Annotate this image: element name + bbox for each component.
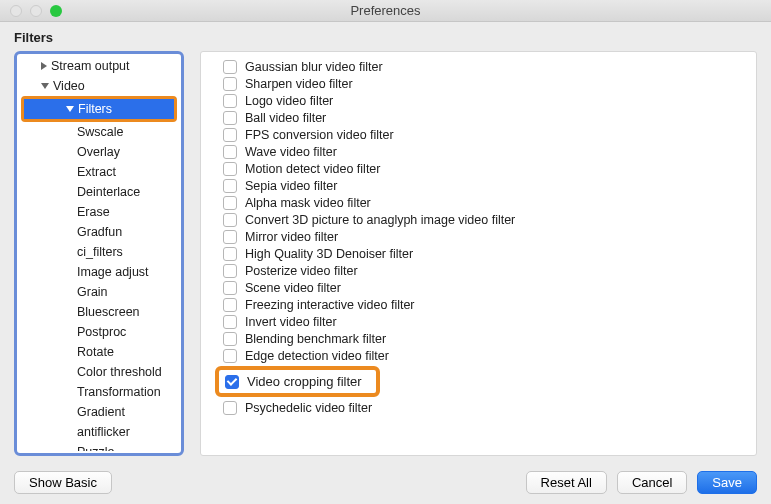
sidebar-item[interactable]: ci_filters xyxy=(19,242,179,262)
filter-row[interactable]: Logo video filter xyxy=(201,92,756,109)
sidebar-item-label: Filters xyxy=(78,102,112,116)
sidebar-item[interactable]: Grain xyxy=(19,282,179,302)
sidebar-item[interactable]: Transformation xyxy=(19,382,179,402)
filter-label: High Quality 3D Denoiser filter xyxy=(245,247,413,261)
sidebar-item-label: Postproc xyxy=(77,325,126,339)
sidebar-item-label: Extract xyxy=(77,165,116,179)
window-title: Preferences xyxy=(0,3,771,18)
filter-label: Posterize video filter xyxy=(245,264,358,278)
checkbox[interactable] xyxy=(223,111,237,125)
sidebar-item[interactable]: Puzzle xyxy=(19,442,179,451)
sidebar-item[interactable]: Filters xyxy=(24,99,174,119)
sidebar-highlight-frame: Stream outputVideoFiltersSwscaleOverlayE… xyxy=(14,51,184,456)
sidebar-item-label: Video xyxy=(53,79,85,93)
filter-label: Motion detect video filter xyxy=(245,162,381,176)
filter-label: Gaussian blur video filter xyxy=(245,60,383,74)
filter-row[interactable]: Invert video filter xyxy=(201,313,756,330)
show-basic-button[interactable]: Show Basic xyxy=(14,471,112,494)
filter-row[interactable]: High Quality 3D Denoiser filter xyxy=(201,245,756,262)
filter-label: Sepia video filter xyxy=(245,179,337,193)
sidebar-item-label: Puzzle xyxy=(77,445,115,451)
filter-row[interactable]: Gaussian blur video filter xyxy=(201,58,756,75)
sidebar-item[interactable]: Bluescreen xyxy=(19,302,179,322)
sidebar-item[interactable]: Deinterlace xyxy=(19,182,179,202)
filter-label: Convert 3D picture to anaglyph image vid… xyxy=(245,213,515,227)
sidebar-item[interactable]: Overlay xyxy=(19,142,179,162)
filter-label: Edge detection video filter xyxy=(245,349,389,363)
filter-label: Invert video filter xyxy=(245,315,337,329)
filter-row[interactable]: Edge detection video filter xyxy=(201,347,756,364)
sidebar-item[interactable]: Stream output xyxy=(19,56,179,76)
sidebar-item[interactable]: Rotate xyxy=(19,342,179,362)
chevron-down-icon xyxy=(41,83,49,89)
filter-label: Scene video filter xyxy=(245,281,341,295)
filter-row[interactable]: Motion detect video filter xyxy=(201,160,756,177)
sidebar-item[interactable]: Swscale xyxy=(19,122,179,142)
checkbox[interactable] xyxy=(223,315,237,329)
filter-row[interactable]: Alpha mask video filter xyxy=(201,194,756,211)
sidebar-item-label: Gradient xyxy=(77,405,125,419)
filter-row[interactable]: Ball video filter xyxy=(201,109,756,126)
checkbox[interactable] xyxy=(223,179,237,193)
checkbox[interactable] xyxy=(223,281,237,295)
checkbox[interactable] xyxy=(223,230,237,244)
cancel-button[interactable]: Cancel xyxy=(617,471,687,494)
filter-label: Ball video filter xyxy=(245,111,326,125)
sidebar-item[interactable]: Erase xyxy=(19,202,179,222)
filter-row[interactable]: Sharpen video filter xyxy=(201,75,756,92)
filter-label: FPS conversion video filter xyxy=(245,128,394,142)
checkbox[interactable] xyxy=(223,196,237,210)
sidebar-item[interactable]: Color threshold xyxy=(19,362,179,382)
filter-row[interactable]: Mirror video filter xyxy=(201,228,756,245)
checkbox[interactable] xyxy=(223,349,237,363)
checkbox[interactable] xyxy=(223,162,237,176)
save-button[interactable]: Save xyxy=(697,471,757,494)
filter-label: Freezing interactive video filter xyxy=(245,298,415,312)
sidebar-item-label: Overlay xyxy=(77,145,120,159)
footer: Show Basic Reset All Cancel Save xyxy=(14,471,757,494)
sidebar-item-label: Deinterlace xyxy=(77,185,140,199)
checkbox[interactable] xyxy=(223,145,237,159)
filter-row[interactable]: Sepia video filter xyxy=(201,177,756,194)
sidebar-item-label: antiflicker xyxy=(77,425,130,439)
reset-all-button[interactable]: Reset All xyxy=(526,471,607,494)
filter-row[interactable]: Posterize video filter xyxy=(201,262,756,279)
sidebar-item[interactable]: Video xyxy=(19,76,179,96)
sidebar-item-label: Stream output xyxy=(51,59,130,73)
sidebar-item[interactable]: Gradient xyxy=(19,402,179,422)
sidebar-item[interactable]: Image adjust xyxy=(19,262,179,282)
filter-label: Psychedelic video filter xyxy=(245,401,372,415)
checkbox[interactable] xyxy=(223,298,237,312)
sidebar-item-label: Bluescreen xyxy=(77,305,140,319)
checkbox[interactable] xyxy=(223,247,237,261)
filter-label: Mirror video filter xyxy=(245,230,338,244)
filter-row[interactable]: Scene video filter xyxy=(201,279,756,296)
filter-row[interactable]: Blending benchmark filter xyxy=(201,330,756,347)
checkbox[interactable] xyxy=(223,94,237,108)
filter-row[interactable]: Psychedelic video filter xyxy=(201,399,756,416)
checkbox[interactable] xyxy=(223,77,237,91)
filter-row[interactable]: Convert 3D picture to anaglyph image vid… xyxy=(201,211,756,228)
sidebar-item[interactable]: Extract xyxy=(19,162,179,182)
filter-label: Sharpen video filter xyxy=(245,77,353,91)
sidebar-item[interactable]: Postproc xyxy=(19,322,179,342)
sidebar-item[interactable]: Gradfun xyxy=(19,222,179,242)
checkbox[interactable] xyxy=(223,401,237,415)
sidebar-item-label: Gradfun xyxy=(77,225,122,239)
checkbox[interactable] xyxy=(225,375,239,389)
sidebar-item[interactable]: antiflicker xyxy=(19,422,179,442)
filter-row[interactable]: FPS conversion video filter xyxy=(201,126,756,143)
checkbox[interactable] xyxy=(223,332,237,346)
checkbox[interactable] xyxy=(223,128,237,142)
sidebar-item-label: ci_filters xyxy=(77,245,123,259)
checkbox[interactable] xyxy=(223,264,237,278)
checkbox[interactable] xyxy=(223,213,237,227)
sidebar[interactable]: Stream outputVideoFiltersSwscaleOverlayE… xyxy=(19,56,179,451)
filter-list[interactable]: Gaussian blur video filterSharpen video … xyxy=(200,51,757,456)
sidebar-item-label: Rotate xyxy=(77,345,114,359)
filter-label: Wave video filter xyxy=(245,145,337,159)
filter-row[interactable]: Wave video filter xyxy=(201,143,756,160)
section-title: Filters xyxy=(0,22,771,51)
checkbox[interactable] xyxy=(223,60,237,74)
filter-row[interactable]: Freezing interactive video filter xyxy=(201,296,756,313)
